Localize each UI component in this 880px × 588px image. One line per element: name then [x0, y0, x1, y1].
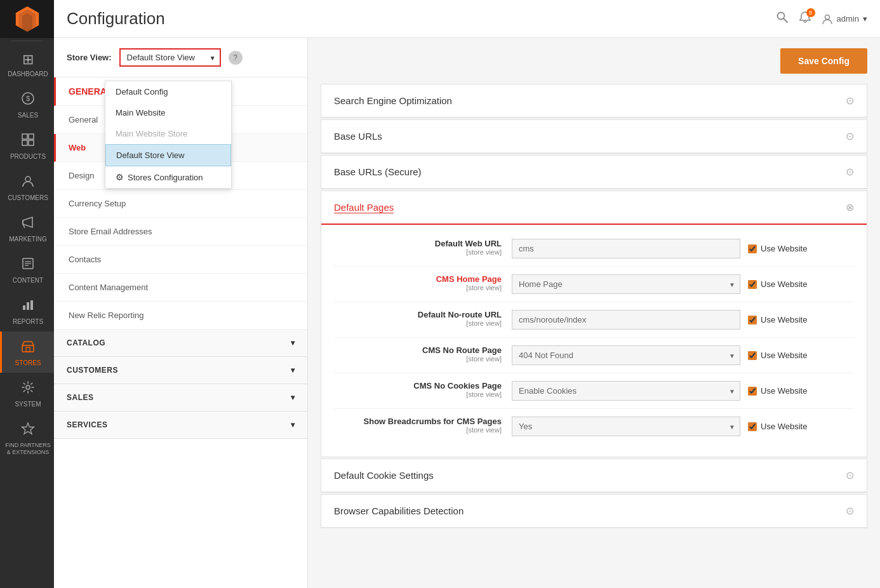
checkbox-cms-home-page[interactable] [748, 280, 757, 289]
form-label-group-default-web-url: Default Web URL [store view] [334, 239, 512, 256]
left-nav-content-management[interactable]: Content Management [54, 274, 307, 302]
dropdown-item-default-config[interactable]: Default Config [105, 81, 231, 102]
topbar: Configuration 8 admin ▾ [54, 0, 880, 38]
checkbox-cms-no-cookies[interactable] [748, 387, 757, 396]
reports-icon [21, 298, 35, 316]
svg-point-16 [26, 385, 30, 389]
sidebar-item-stores[interactable]: STORES [0, 331, 54, 373]
browser-cap-expand-icon: ⊙ [846, 505, 854, 517]
config-section-base-urls-secure-header[interactable]: Base URLs (Secure) ⊙ [321, 156, 867, 189]
search-icon[interactable] [776, 11, 789, 27]
notifications-icon[interactable]: 8 [799, 11, 811, 27]
config-section-default-pages: Default Pages ⊗ Default Web URL [store v… [321, 190, 867, 457]
store-view-select[interactable]: Default Config Main Website Main Website… [119, 48, 221, 67]
sidebar-item-content[interactable]: CONTENT [0, 249, 54, 290]
stores-icon [21, 339, 35, 357]
magento-logo-icon [15, 6, 40, 32]
sidebar-item-system[interactable]: SYSTEM [0, 373, 54, 414]
config-section-base-urls-secure-title: Base URLs (Secure) [334, 166, 422, 177]
config-section-base-urls: Base URLs ⊙ [321, 119, 867, 154]
form-sublabel-cms-no-route-page: [store view] [334, 355, 502, 363]
dropdown-item-main-website-store: Main Website Store [105, 123, 231, 144]
dropdown-item-stores-config[interactable]: ⚙ Stores Configuration [105, 166, 231, 188]
accordion-sales[interactable]: SALES ▾ [54, 384, 307, 411]
form-label-group-cms-home-page: CMS Home Page [store view] [334, 274, 512, 291]
content-icon [21, 257, 35, 274]
config-section-seo-title: Search Engine Optimization [334, 95, 452, 106]
seo-expand-icon: ⊙ [846, 95, 854, 107]
form-control-cms-no-route-page: 404 Not Found ▼ Use Website [512, 345, 854, 365]
checkbox-no-route-url[interactable] [748, 316, 757, 324]
sidebar-item-label: SYSTEM [15, 401, 41, 408]
select-wrapper-cms-no-route-page: 404 Not Found ▼ [512, 345, 740, 365]
use-website-label: Use Website [761, 244, 807, 253]
sidebar-item-sales[interactable]: $ SALES [0, 84, 54, 125]
select-cms-no-cookies[interactable]: Enable Cookies [512, 381, 740, 401]
checkbox-default-web-url[interactable] [748, 244, 757, 253]
save-config-button[interactable]: Save Config [780, 48, 867, 74]
svg-rect-2 [22, 134, 27, 139]
form-control-cms-no-cookies: Enable Cookies ▼ Use Website [512, 381, 854, 401]
left-nav-currency-setup[interactable]: Currency Setup [54, 190, 307, 218]
sidebar-item-products[interactable]: PRODUCTS [0, 125, 54, 166]
sidebar-item-customers[interactable]: CUSTOMERS [0, 166, 54, 208]
use-website-default-web-url: Use Website [748, 244, 807, 253]
input-no-route-url[interactable] [512, 310, 740, 330]
form-label-group-cms-no-cookies: CMS No Cookies Page [store view] [334, 381, 512, 398]
sidebar-item-label: SALES [18, 112, 38, 119]
store-view-label: Store View: [67, 53, 112, 62]
notification-badge: 8 [806, 8, 815, 17]
left-nav-contacts[interactable]: Contacts [54, 246, 307, 274]
store-view-dropdown: Default Config Main Website Main Website… [105, 81, 232, 189]
gear-icon: ⚙ [116, 172, 124, 182]
system-icon [21, 380, 35, 398]
use-website-no-route-url: Use Website [748, 315, 807, 324]
customers-icon [21, 174, 35, 192]
use-website-cms-no-cookies: Use Website [748, 386, 807, 396]
use-website-label-2: Use Website [761, 279, 807, 289]
checkbox-show-breadcrumbs[interactable] [748, 422, 757, 431]
config-section-browser-cap-header[interactable]: Browser Capabilities Detection ⊙ [321, 495, 867, 528]
svg-line-19 [783, 19, 787, 23]
marketing-icon [21, 215, 35, 233]
form-label-show-breadcrumbs: Show Breadcrumbs for CMS Pages [364, 417, 502, 426]
config-section-base-urls-header[interactable]: Base URLs ⊙ [321, 120, 867, 153]
use-website-label-3: Use Website [761, 315, 807, 324]
page-title: Configuration [67, 9, 165, 29]
admin-user-menu[interactable]: admin ▾ [822, 13, 867, 25]
dashboard-icon: ⊞ [22, 51, 34, 68]
svg-rect-15 [26, 347, 30, 352]
sidebar-item-label: DASHBOARD [8, 70, 48, 77]
sidebar-item-marketing[interactable]: MARKETING [0, 208, 54, 249]
form-label-no-route-url: Default No-route URL [418, 310, 502, 319]
checkbox-cms-no-route-page[interactable] [748, 351, 757, 360]
config-section-seo-header[interactable]: Search Engine Optimization ⊙ [321, 84, 867, 117]
sidebar-item-dashboard[interactable]: ⊞ DASHBOARD [0, 44, 54, 84]
help-icon[interactable]: ? [229, 51, 243, 65]
form-control-default-web-url: Use Website [512, 239, 854, 258]
use-website-label-4: Use Website [761, 351, 807, 360]
accordion-catalog[interactable]: CATALOG ▾ [54, 330, 307, 357]
config-section-default-pages-header[interactable]: Default Pages ⊗ [321, 191, 867, 225]
config-section-default-cookie-header[interactable]: Default Cookie Settings ⊙ [321, 459, 867, 492]
form-row-show-breadcrumbs: Show Breadcrumbs for CMS Pages [store vi… [334, 409, 854, 444]
use-website-show-breadcrumbs: Use Website [748, 422, 807, 431]
input-default-web-url[interactable] [512, 239, 740, 258]
left-nav-new-relic[interactable]: New Relic Reporting [54, 302, 307, 330]
accordion-services-arrow: ▾ [291, 420, 295, 429]
dropdown-item-default-store-view[interactable]: Default Store View [105, 144, 231, 166]
select-cms-home-page[interactable]: Home Page [512, 274, 740, 294]
form-sublabel-cms-home-page: [store view] [334, 284, 502, 291]
accordion-customers[interactable]: CUSTOMERS ▾ [54, 357, 307, 384]
svg-rect-4 [22, 140, 27, 145]
admin-username: admin [837, 14, 859, 23]
accordion-services[interactable]: SERVICES ▾ [54, 411, 307, 439]
form-label-cms-home-page: CMS Home Page [436, 274, 502, 284]
select-cms-no-route-page[interactable]: 404 Not Found [512, 345, 740, 365]
config-section-browser-cap-title: Browser Capabilities Detection [334, 505, 463, 516]
dropdown-item-main-website[interactable]: Main Website [105, 102, 231, 123]
sidebar-item-partners[interactable]: FIND PARTNERS & EXTENSIONS [0, 414, 54, 462]
select-show-breadcrumbs[interactable]: Yes No [512, 417, 740, 436]
left-nav-store-email[interactable]: Store Email Addresses [54, 218, 307, 246]
sidebar-item-reports[interactable]: REPORTS [0, 290, 54, 331]
